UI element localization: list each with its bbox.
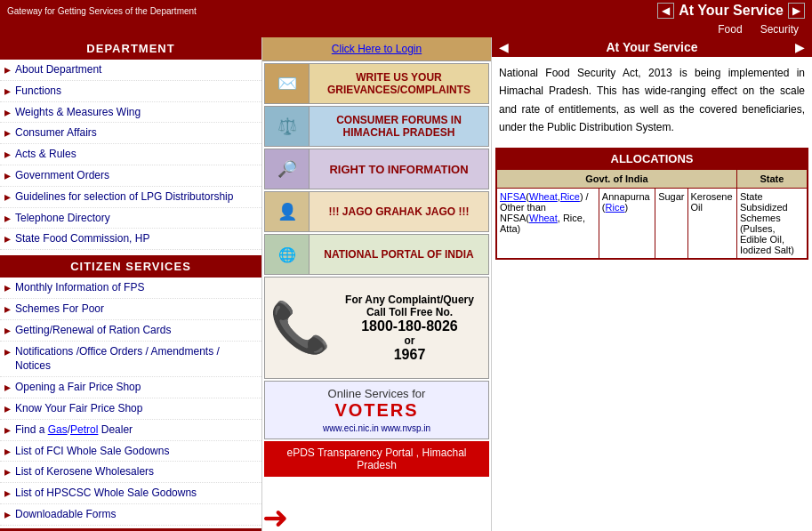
sidebar-link-opening[interactable]: Opening a Fair Price Shop (15, 380, 141, 395)
sidebar-link-know[interactable]: Know Your Fair Price Shop (15, 401, 142, 416)
bullet-icon: ▸ (4, 211, 11, 225)
citizen-section-title: CITIZEN SERVICES (0, 255, 261, 278)
consumer-forums-label: CONSUMER FORUMS IN HIMACHAL PRADESH (310, 109, 488, 143)
sidebar-link-kerosene[interactable]: List of Kerosene Wholesalers (15, 464, 154, 479)
sidebar-item-opening[interactable]: ▸ Opening a Fair Price Shop (0, 377, 261, 398)
bullet-icon: ▸ (4, 280, 11, 294)
national-portal-icon: 🌐 (265, 235, 310, 274)
center-column: Click Here to Login ✉️ WRITE US YOUR GRI… (262, 37, 492, 531)
nav-left-arrow[interactable]: ◀ (657, 3, 674, 19)
login-link[interactable]: Click Here to Login (332, 43, 422, 55)
nav-food-link[interactable]: Food (718, 23, 742, 36)
sidebar-link-guidelines[interactable]: Guidelines for selection of LPG Distribu… (15, 189, 233, 205)
consumer-forums-menu-item[interactable]: ⚖️ CONSUMER FORUMS IN HIMACHAL PRADESH (264, 106, 489, 147)
jago-label: !!! JAGO GRAHAK JAGO !!! (310, 201, 488, 222)
alloc-category: NFSA(Wheat,Rice) / Other than NFSA(Wheat… (497, 188, 599, 258)
alloc-sugar: Sugar (655, 188, 687, 258)
phone-icon: 📞 (269, 303, 331, 352)
sidebar-link-find[interactable]: Find a Gas/Petrol Dealer (15, 422, 133, 438)
rti-icon: 🔎 (265, 149, 310, 189)
bullet-icon: ▸ (4, 105, 11, 119)
alloc-annapurna: Annapurna (Rice) (599, 188, 655, 258)
bullet-icon: ▸ (4, 62, 11, 76)
sidebar-item-hpscsc[interactable]: ▸ List of HPSCSC Whole Sale Godowns (0, 483, 261, 504)
sidebar-link-govtorders[interactable]: Government Orders (15, 168, 109, 183)
nav-right-arrow[interactable]: ▶ (788, 3, 805, 19)
allocations-table: Govt. of India State NFSA(Wheat,Rice) / … (496, 169, 808, 259)
bullet-icon: ▸ (4, 444, 11, 458)
service-left-arrow[interactable]: ◀ (499, 40, 509, 54)
sidebar-link-acts[interactable]: Acts & Rules (15, 147, 76, 162)
service-text: National Food Security Act, 2013 is bein… (492, 57, 812, 144)
bullet-icon: ▸ (4, 401, 11, 415)
bullet-icon: ▸ (4, 189, 11, 204)
sidebar-item-notifications[interactable]: ▸ Notifications /Office Orders / Amendme… (0, 342, 261, 378)
grievances-menu-item[interactable]: ✉️ WRITE US YOUR GRIEVANCES/COMPLAINTS (264, 63, 489, 104)
site-title: At Your Service (679, 3, 784, 19)
service-header: ◀ At Your Service ▶ (492, 37, 812, 57)
sidebar-item-downloadable[interactable]: ▸ Downloadable Forms ➜ (0, 504, 261, 526)
sidebar-item-acts[interactable]: ▸ Acts & Rules (0, 144, 261, 165)
sidebar-item-know[interactable]: ▸ Know Your Fair Price Shop (0, 398, 261, 420)
voters-intro: Online Services for (270, 387, 483, 400)
service-right-arrow[interactable]: ▶ (795, 40, 805, 54)
sidebar-link-notifications[interactable]: Notifications /Office Orders / Amendment… (15, 344, 257, 374)
sidebar-link-consumer[interactable]: Consumer Affairs (15, 125, 97, 141)
sidebar-link-hpscsc[interactable]: List of HPSCSC Whole Sale Godowns (15, 486, 197, 501)
jago-menu-item[interactable]: 👤 !!! JAGO GRAHAK JAGO !!! (264, 191, 489, 232)
sidebar-link-telephone[interactable]: Telephone Directory (15, 211, 110, 226)
sidebar-link-weights[interactable]: Weights & Measures Wing (15, 105, 141, 120)
sidebar-item-kerosene[interactable]: ▸ List of Kerosene Wholesalers (0, 462, 261, 483)
sidebar-item-govtorders[interactable]: ▸ Government Orders (0, 165, 261, 187)
dept-section-title: DEPARTMENT (0, 37, 261, 60)
sidebar-link-ration[interactable]: Getting/Renewal of Ration Cards (15, 323, 171, 338)
sidebar-item-telephone[interactable]: ▸ Telephone Directory (0, 208, 261, 229)
call-text: Call Toll Free No. (335, 306, 484, 318)
sidebar-link-foodcommission[interactable]: State Food Commission, HP (15, 231, 149, 246)
col-state-header: State (736, 169, 807, 188)
rti-menu-item[interactable]: 🔎 RIGHT TO INFORMATION (264, 149, 489, 189)
bullet-icon: ▸ (4, 486, 11, 500)
sidebar-link-downloadable[interactable]: Downloadable Forms (15, 507, 116, 522)
grievances-label: WRITE US YOUR GRIEVANCES/COMPLAINTS (310, 67, 488, 101)
service-title: At Your Service (607, 40, 698, 54)
sidebar-item-about[interactable]: ▸ About Department (0, 60, 261, 81)
bullet-icon: ▸ (4, 422, 11, 437)
nav-security-link[interactable]: Security (760, 23, 799, 36)
sidebar-link-monthly[interactable]: Monthly Information of FPS (15, 280, 144, 295)
bullet-icon: ▸ (4, 147, 11, 161)
sidebar-item-consumer[interactable]: ▸ Consumer Affairs (0, 123, 261, 144)
sidebar-item-foodcommission[interactable]: ▸ State Food Commission, HP (0, 229, 261, 250)
bullet-icon: ▸ (4, 464, 11, 479)
sidebar-item-schemes[interactable]: ▸ Schemes For Poor (0, 299, 261, 320)
sidebar-item-monthly[interactable]: ▸ Monthly Information of FPS (0, 278, 261, 299)
bullet-icon: ▸ (4, 344, 11, 358)
voters-banner[interactable]: Online Services for VOTERS www.eci.nic.i… (264, 381, 489, 439)
sidebar-item-guidelines[interactable]: ▸ Guidelines for selection of LPG Distri… (0, 187, 261, 208)
sidebar-link-functions[interactable]: Functions (15, 84, 61, 99)
bullet-icon: ▸ (4, 231, 11, 245)
sidebar-item-find[interactable]: ▸ Find a Gas/Petrol Dealer (0, 420, 261, 441)
sidebar-item-functions[interactable]: ▸ Functions (0, 81, 261, 102)
sidebar-link-about[interactable]: About Department (15, 62, 101, 77)
consumer-forums-icon: ⚖️ (265, 107, 310, 146)
or-text: or (335, 334, 484, 347)
voters-links: www.eci.nic.in www.nvsp.in (270, 423, 483, 433)
sidebar: DEPARTMENT ▸ About Department ▸ Function… (0, 37, 262, 531)
phone-banner: 📞 For Any Complaint/Query Call Toll Free… (264, 277, 489, 379)
bullet-icon: ▸ (4, 168, 11, 182)
phone-number: 1800-180-8026 (335, 318, 484, 334)
rti-label: RIGHT TO INFORMATION (310, 158, 488, 181)
jago-icon: 👤 (265, 192, 310, 231)
sidebar-item-weights[interactable]: ▸ Weights & Measures Wing (0, 102, 261, 124)
sidebar-link-fci[interactable]: List of FCI Whole Sale Godowns (15, 444, 169, 459)
sidebar-item-fci[interactable]: ▸ List of FCI Whole Sale Godowns (0, 441, 261, 463)
epds-link[interactable]: ePDS Transparency Portal , Himachal Prad… (286, 447, 466, 471)
sidebar-item-ration[interactable]: ▸ Getting/Renewal of Ration Cards (0, 320, 261, 342)
sidebar-link-schemes[interactable]: Schemes For Poor (15, 302, 104, 317)
right-panel: ◀ At Your Service ▶ National Food Securi… (492, 37, 812, 531)
epds-banner[interactable]: ePDS Transparency Portal , Himachal Prad… (264, 441, 489, 477)
national-portal-menu-item[interactable]: 🌐 NATIONAL PORTAL OF INDIA (264, 234, 489, 275)
login-area[interactable]: Click Here to Login (262, 37, 491, 61)
bullet-icon: ▸ (4, 302, 11, 316)
